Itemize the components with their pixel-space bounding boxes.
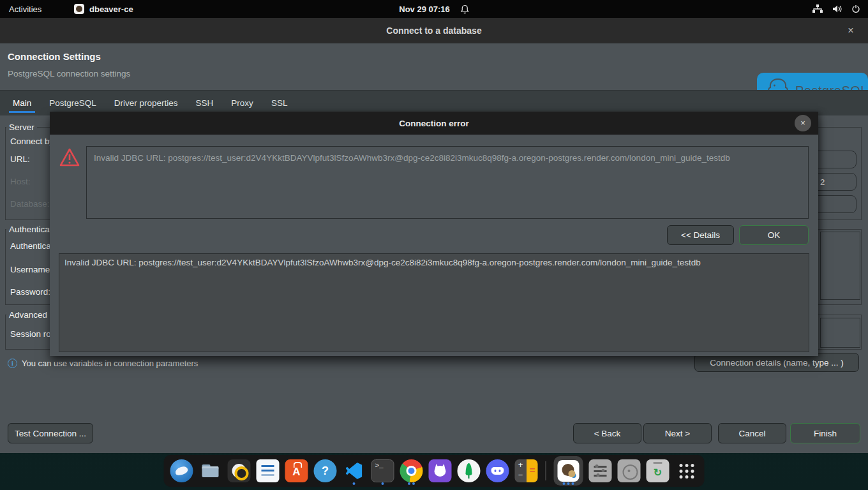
dock-item-dbeaver-active[interactable] <box>554 457 583 485</box>
running-indicator <box>563 482 574 485</box>
running-indicator <box>353 482 355 485</box>
writer-document-icon <box>257 459 280 482</box>
server-group-label: Server <box>6 122 37 132</box>
dock-item-discord[interactable] <box>486 457 509 485</box>
dock-item-files[interactable] <box>199 457 222 485</box>
discord-icon <box>486 459 509 482</box>
dock-item-settings[interactable] <box>589 457 612 485</box>
dock-item-terminal[interactable]: >_ <box>371 457 394 485</box>
chrome-icon <box>400 459 423 482</box>
dock-item-github-desktop[interactable] <box>429 457 452 485</box>
dock-item-ubuntu-software[interactable]: A <box>285 457 308 485</box>
dock-item-chrome[interactable] <box>400 457 423 485</box>
wizard-header: Connection Settings PostgreSQL connectio… <box>0 43 868 90</box>
dock-item-trash[interactable]: ↻ <box>647 457 670 485</box>
finish-button[interactable]: Finish <box>790 423 860 443</box>
next-button[interactable]: Next > <box>643 423 712 443</box>
dock-separator <box>546 461 546 480</box>
database-label: Database: <box>10 199 50 209</box>
dbeaver-icon <box>558 460 580 482</box>
activities-button[interactable]: Activities <box>9 4 41 14</box>
clock-label: Nov 29 07:16 <box>399 4 450 14</box>
system-top-bar: Activities dbeaver-ce Nov 29 07:16 <box>0 0 868 18</box>
cancel-button[interactable]: Cancel <box>718 423 786 443</box>
dock: A ? >_ +−= ↻ <box>164 455 705 487</box>
running-indicator <box>382 482 384 485</box>
ok-button[interactable]: OK <box>739 225 809 245</box>
dock-item-mongodb-compass[interactable] <box>458 457 481 485</box>
volume-icon <box>832 4 842 13</box>
power-icon <box>851 4 860 13</box>
error-dialog-titlebar[interactable]: Connection error × <box>50 112 818 135</box>
desktop-screen: Activities dbeaver-ce Nov 29 07:16 Co <box>0 0 868 490</box>
help-icon: ? <box>314 459 337 482</box>
advanced-group-label: Advanced <box>6 310 50 320</box>
mongodb-leaf-icon <box>458 459 481 482</box>
password-label: Password: <box>10 287 50 297</box>
details-toggle-button[interactable]: << Details <box>667 225 734 245</box>
tab-ssl[interactable]: SSL <box>271 92 288 114</box>
disk-icon <box>618 459 641 482</box>
error-dialog-title: Connection error <box>399 119 469 128</box>
dock-item-thunderbird[interactable] <box>170 457 193 485</box>
error-dialog-close-button[interactable]: × <box>795 115 811 131</box>
error-details-text[interactable]: Invalid JDBC URL: postgres://test_user:d… <box>59 253 809 352</box>
active-app-highlight <box>554 456 583 486</box>
window-title: Connect to a database <box>386 26 481 36</box>
connection-error-dialog: Connection error × Invalid JDBC URL: pos… <box>50 112 818 356</box>
system-status-area[interactable] <box>812 4 860 13</box>
software-store-icon: A <box>285 459 308 482</box>
page-subtitle: PostgreSQL connection settings <box>8 69 130 78</box>
test-connection-button[interactable]: Test Connection ... <box>8 423 93 443</box>
app-grid-icon <box>675 459 698 482</box>
tab-proxy[interactable]: Proxy <box>231 92 253 114</box>
clock-menu[interactable]: Nov 29 07:16 <box>399 4 469 14</box>
calc-plus-glyph: + <box>518 460 524 470</box>
dock-item-libreoffice-writer[interactable] <box>257 457 280 485</box>
error-message-box: Invalid JDBC URL: postgres://test_user:d… <box>86 146 809 219</box>
variables-hint: i You can use variables in connection pa… <box>8 359 198 368</box>
running-indicator <box>408 482 415 485</box>
tab-driver-properties[interactable]: Driver properties <box>114 92 178 114</box>
tab-ssh[interactable]: SSH <box>196 92 214 114</box>
url-label: URL: <box>10 154 30 164</box>
settings-sliders-icon <box>589 459 612 482</box>
window-close-button[interactable]: × <box>844 24 858 38</box>
dock-item-help[interactable]: ? <box>314 457 337 485</box>
network-icon <box>812 4 823 13</box>
trash-recycle-icon: ↻ <box>647 459 670 482</box>
back-button[interactable]: < Back <box>573 423 641 443</box>
window-titlebar[interactable]: Connect to a database × <box>0 18 868 43</box>
thunderbird-icon <box>170 459 193 482</box>
notification-bell-icon <box>460 4 469 14</box>
dbeaver-app-icon <box>74 4 84 14</box>
calc-equals-glyph: = <box>530 464 535 475</box>
error-warning-icon <box>59 147 80 170</box>
rhythmbox-icon <box>228 459 251 482</box>
info-icon: i <box>8 359 17 368</box>
host-label: Host: <box>10 177 31 186</box>
software-letter: A <box>292 466 300 479</box>
recycle-glyph: ↻ <box>654 466 662 479</box>
dock-item-disks[interactable] <box>618 457 641 485</box>
files-folder-icon <box>199 459 222 482</box>
dock-item-calculator[interactable]: +−= <box>515 457 538 485</box>
calculator-icon: +−= <box>515 459 538 482</box>
focused-app-menu[interactable]: dbeaver-ce <box>74 4 133 14</box>
tab-main[interactable]: Main <box>13 92 31 114</box>
variables-hint-text: You can use variables in connection para… <box>22 359 198 368</box>
tab-postgresql[interactable]: PostgreSQL <box>49 92 96 114</box>
dock-item-vscode[interactable] <box>343 457 366 485</box>
page-title: Connection Settings <box>8 51 101 62</box>
advanced-panel-fragment <box>820 318 860 348</box>
terminal-prompt-glyph: >_ <box>375 462 384 470</box>
github-icon <box>429 459 452 482</box>
vscode-icon <box>343 459 366 482</box>
port-value: 2 <box>820 177 825 187</box>
username-label: Username: <box>10 265 52 274</box>
auth-panel-fragment <box>820 232 860 300</box>
help-question-mark: ? <box>322 464 329 478</box>
dock-item-app-grid[interactable] <box>675 457 698 485</box>
focused-app-name: dbeaver-ce <box>89 4 133 14</box>
dock-item-rhythmbox[interactable] <box>228 457 251 485</box>
